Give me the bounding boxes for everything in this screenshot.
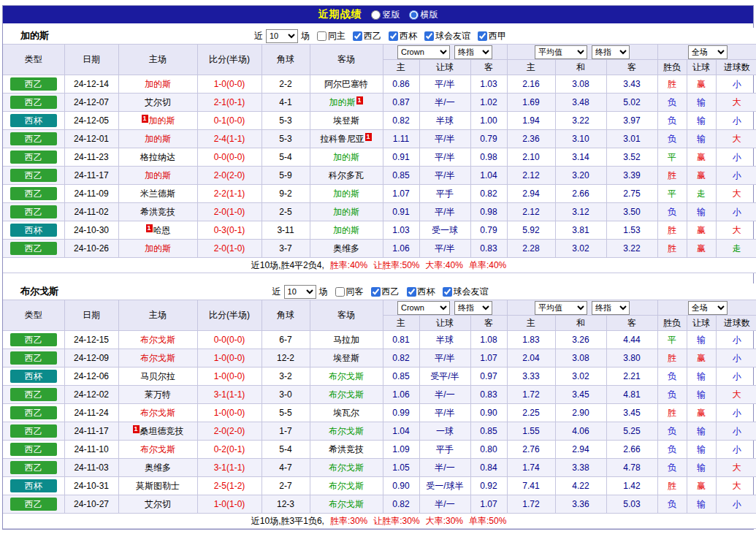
summary-stat: 单率:50% xyxy=(469,516,506,526)
date-cell: 24-12-15 xyxy=(64,331,118,349)
date-cell: 24-11-17 xyxy=(64,167,118,185)
score-cell: 2-5(1-2) xyxy=(197,477,261,495)
filter-item[interactable]: 西甲 xyxy=(478,30,506,42)
scope-select[interactable]: 全场 xyxy=(688,301,728,315)
handicap-result-cell: 输 xyxy=(687,130,716,148)
odds-home-cell: 1.11 xyxy=(383,130,419,148)
filter-item[interactable]: 西乙 xyxy=(371,286,400,298)
corners-cell: 2-5 xyxy=(261,203,310,221)
bookmaker-select[interactable]: Crown xyxy=(397,301,450,315)
layout-radio-vertical[interactable]: 竖版 xyxy=(371,9,400,21)
filter-checkbox[interactable] xyxy=(424,31,434,41)
avg-final-select[interactable]: 终指 xyxy=(592,45,630,59)
filter-item[interactable]: 西杯 xyxy=(389,30,417,42)
filter-item[interactable]: 西杯 xyxy=(407,286,435,298)
goals-result-cell: 小 xyxy=(716,404,756,422)
competition-badge: 西乙 xyxy=(10,424,57,438)
red-card-badge: 1 xyxy=(146,224,153,232)
filter-checkbox[interactable] xyxy=(407,287,416,297)
handicap-result-cell: 赢 xyxy=(687,240,716,258)
odds-handicap-cell: 半球 xyxy=(419,331,470,349)
team-name: 布尔戈斯 xyxy=(329,481,364,491)
corners-cell: 5-4 xyxy=(261,148,310,167)
odds-home-cell: 0.87 xyxy=(383,94,419,112)
handicap-result-cell: 输 xyxy=(687,441,716,459)
filter-label: 西乙 xyxy=(364,30,381,42)
odds-handicap-cell: 半/一 xyxy=(419,386,470,404)
filter-checkbox[interactable] xyxy=(353,31,362,41)
competition-badge: 西乙 xyxy=(10,77,57,91)
competition-cell: 西乙 xyxy=(3,75,64,94)
horizontal-radio-input[interactable] xyxy=(409,10,419,20)
filter-checkbox[interactable] xyxy=(335,287,345,297)
odds-final-select[interactable]: 终指 xyxy=(454,45,492,59)
team-name: 布尔戈斯 xyxy=(140,408,175,418)
date-cell: 24-10-27 xyxy=(64,495,118,514)
sub-col-header-8: 进球数 xyxy=(716,316,756,331)
handicap-result-cell: 输 xyxy=(687,422,716,441)
titlebar: 近期战绩 竖版 横版 xyxy=(3,6,753,23)
odds-group-header: Crown终指 xyxy=(383,45,507,60)
competition-cell: 西乙 xyxy=(3,386,64,404)
scope-select[interactable]: 全场 xyxy=(688,45,728,59)
vertical-radio-input[interactable] xyxy=(371,10,381,20)
odds-final-select[interactable]: 终指 xyxy=(454,301,492,315)
competition-cell: 西杯 xyxy=(3,112,64,130)
away-team-cell: 希洪竞技 xyxy=(310,441,383,459)
filter-checkbox[interactable] xyxy=(389,31,398,41)
odds-home-cell: 1.05 xyxy=(383,459,419,477)
team-name: 埃登斯 xyxy=(333,115,359,126)
filter-item[interactable]: 同客 xyxy=(335,286,364,298)
avg-home-cell: 1.69 xyxy=(507,94,555,112)
filter-item[interactable]: 同主 xyxy=(317,30,345,42)
score-cell: 0-0(0-0) xyxy=(197,148,261,167)
date-cell: 24-11-02 xyxy=(64,203,118,221)
filter-checkbox[interactable] xyxy=(317,31,327,41)
sub-col-header-2: 客 xyxy=(470,316,507,331)
date-cell: 24-12-02 xyxy=(64,386,118,404)
page-frame: 近期战绩 竖版 横版 加的斯近10场同主西乙西杯球会友谊西甲类型日期主场比分(半… xyxy=(2,5,754,530)
competition-cell: 西杯 xyxy=(3,477,64,495)
home-team-cell: 艾尔切 xyxy=(118,495,197,514)
team-name: 莱万特 xyxy=(145,389,171,400)
competition-cell: 西乙 xyxy=(3,130,64,148)
odds-handicap-cell: 平手 xyxy=(419,441,470,459)
layout-radio-horizontal[interactable]: 横版 xyxy=(409,9,438,21)
filter-checkbox[interactable] xyxy=(478,31,487,41)
avg-home-cell: 2.12 xyxy=(507,203,555,221)
filter-checkbox[interactable] xyxy=(371,287,381,297)
home-team-cell: 莱万特 xyxy=(118,386,197,404)
avg-home-cell: 2.12 xyxy=(507,167,555,185)
home-team-cell: 希洪竞技 xyxy=(118,203,197,221)
result-cell: 负 xyxy=(657,441,687,459)
corners-cell: 4-1 xyxy=(261,94,310,112)
match-count-select[interactable]: 10 xyxy=(266,29,298,43)
filter-item[interactable]: 球会友谊 xyxy=(443,286,489,298)
filter-item[interactable]: 球会友谊 xyxy=(424,30,470,42)
avg-home-cell: 2.36 xyxy=(507,130,555,148)
average-select[interactable]: 平均值 xyxy=(535,45,587,59)
team-name: 加的斯 xyxy=(333,152,359,162)
odds-home-cell: 0.90 xyxy=(383,477,419,495)
odds-home-cell: 0.81 xyxy=(383,331,419,349)
sub-col-header-4: 和 xyxy=(555,60,606,75)
away-team-cell: 布尔戈斯 xyxy=(310,367,383,386)
result-cell: 负 xyxy=(657,459,687,477)
result-cell: 负 xyxy=(657,422,687,441)
summary-record: 近10场,胜4平2负4, xyxy=(251,260,324,270)
avg-away-cell: 4.78 xyxy=(606,459,657,477)
competition-badge: 西乙 xyxy=(10,406,57,419)
filter-checkbox[interactable] xyxy=(443,287,452,297)
filter-label: 同客 xyxy=(346,286,364,298)
competition-badge: 西杯 xyxy=(10,479,57,492)
filter-item[interactable]: 西乙 xyxy=(353,30,381,42)
col-header-type: 类型 xyxy=(3,45,64,75)
avg-away-cell: 2.75 xyxy=(606,185,657,203)
match-count-select[interactable]: 10 xyxy=(284,285,316,299)
goals-result-cell: 小 xyxy=(716,495,756,514)
average-select[interactable]: 平均值 xyxy=(535,301,587,315)
team-name: 米兰德斯 xyxy=(140,188,175,199)
odds-away-cell: 0.85 xyxy=(470,422,507,441)
bookmaker-select[interactable]: Crown xyxy=(397,45,450,59)
avg-final-select[interactable]: 终指 xyxy=(592,301,630,315)
